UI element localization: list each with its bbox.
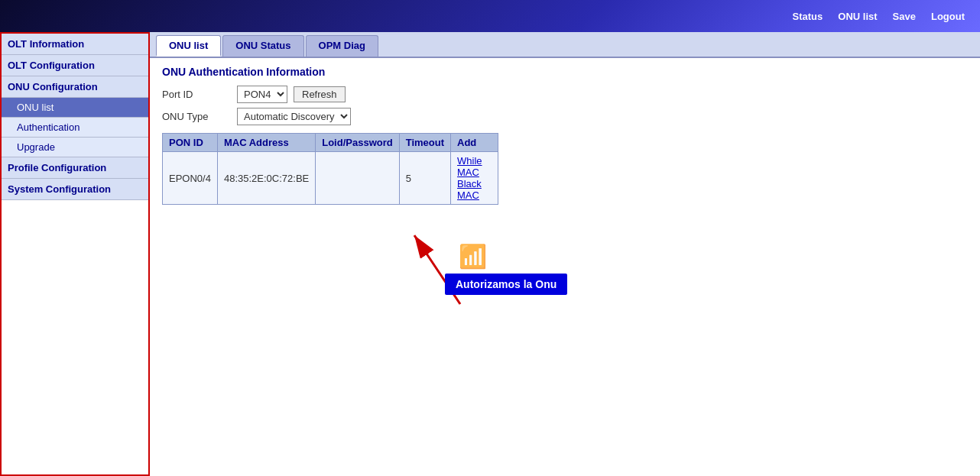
wifi-icon: 📶 — [459, 243, 487, 270]
tab-opm-diag[interactable]: OPM Diag — [306, 35, 378, 57]
sidebar-item-olt-configuration[interactable]: OLT Configuration — [2, 55, 148, 76]
col-loid-password: Loid/Password — [316, 134, 399, 152]
cell-add: While MAC Black MAC — [451, 152, 498, 205]
onu-type-label: ONU Type — [162, 111, 231, 122]
sidebar: OLT Information OLT Configuration ONU Co… — [0, 32, 150, 476]
col-mac-address: MAC Address — [217, 134, 315, 152]
onu-type-select[interactable]: Automatic Discovery Manual — [237, 108, 351, 125]
nav-onu-list[interactable]: ONU list — [838, 11, 877, 22]
col-timeout: Timeout — [399, 134, 450, 152]
cell-loid-password — [316, 152, 399, 205]
onu-type-row: ONU Type Automatic Discovery Manual — [162, 108, 968, 125]
section-title: ONU Authentication Information — [162, 66, 968, 78]
table-row: EPON0/4 48:35:2E:0C:72:BE 5 While MAC Bl… — [163, 152, 498, 205]
nav-logout[interactable]: Logout — [931, 11, 965, 22]
cell-pon-id: EPON0/4 — [163, 152, 218, 205]
refresh-button[interactable]: Refresh — [294, 86, 346, 102]
sidebar-item-onu-configuration[interactable]: ONU Configuration — [2, 76, 148, 98]
port-id-select[interactable]: PON1 PON2 PON3 PON4 PON5 PON6 PON7 PON8 — [237, 86, 287, 103]
sidebar-item-authentication[interactable]: Authentication — [2, 118, 148, 138]
port-id-label: Port ID — [162, 89, 231, 100]
onu-table: PON ID MAC Address Loid/Password Timeout… — [162, 133, 498, 205]
sidebar-item-upgrade[interactable]: Upgrade — [2, 138, 148, 157]
sidebar-item-olt-information[interactable]: OLT Information — [2, 34, 148, 55]
tab-onu-status[interactable]: ONU Status — [222, 35, 303, 57]
content-area: ONU list ONU Status OPM Diag ONU Authent… — [150, 32, 980, 476]
col-pon-id: PON ID — [163, 134, 218, 152]
cell-mac-address: 48:35:2E:0C:72:BE — [217, 152, 315, 205]
sidebar-item-onu-list[interactable]: ONU list — [2, 98, 148, 118]
tooltip-text: Autorizamos la Onu — [456, 278, 557, 290]
top-header: Status ONU list Save Logout — [0, 0, 980, 32]
while-mac-link[interactable]: While MAC — [457, 155, 482, 178]
sidebar-item-system-configuration[interactable]: System Configuration — [2, 179, 148, 200]
content-inner: ONU Authentication Information Port ID P… — [150, 58, 980, 380]
main-layout: OLT Information OLT Configuration ONU Co… — [0, 32, 980, 476]
cell-timeout: 5 — [399, 152, 450, 205]
red-arrow-icon — [399, 228, 475, 312]
black-mac-link[interactable]: Black MAC — [457, 178, 482, 201]
col-add: Add — [451, 134, 498, 152]
sidebar-item-profile-configuration[interactable]: Profile Configuration — [2, 157, 148, 179]
tab-bar: ONU list ONU Status OPM Diag — [150, 32, 980, 58]
tooltip-box: Autorizamos la Onu — [445, 274, 567, 295]
annotation-area: 📶 Autorizamos la Onu — [162, 220, 968, 373]
nav-status[interactable]: Status — [793, 11, 823, 22]
port-id-row: Port ID PON1 PON2 PON3 PON4 PON5 PON6 PO… — [162, 86, 968, 103]
nav-save[interactable]: Save — [893, 11, 916, 22]
tab-onu-list[interactable]: ONU list — [156, 35, 221, 57]
